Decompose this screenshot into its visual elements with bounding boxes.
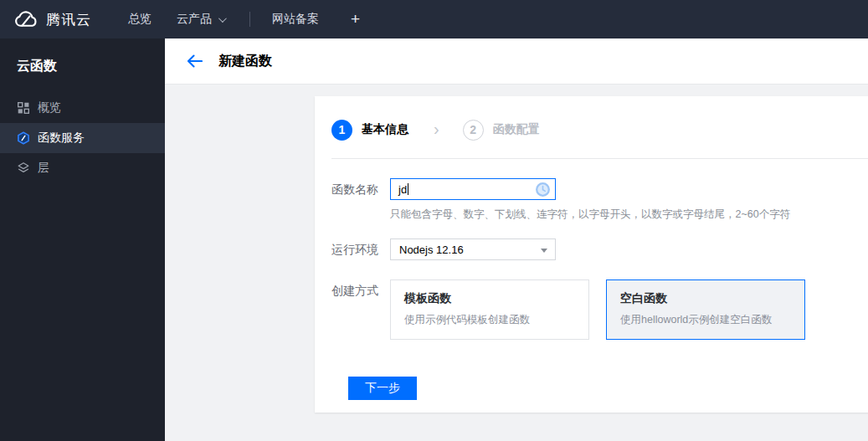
sidebar-title: 云函数 (0, 38, 165, 93)
brand-name: 腾讯云 (46, 10, 91, 29)
function-name-label: 函数名称 (331, 178, 390, 200)
arrow-left-icon (187, 54, 203, 68)
nav-cloud-products-label: 云产品 (177, 12, 212, 27)
grid-icon (17, 101, 30, 115)
option-blank-function[interactable]: 空白函数 使用helloworld示例创建空白函数 (606, 279, 805, 340)
layers-icon (17, 162, 30, 175)
create-function-card: 1 基本信息 › 2 函数配置 函数名称 jd (315, 96, 868, 413)
next-step-button[interactable]: 下一步 (348, 377, 417, 400)
tencent-cloud-logo-icon (13, 10, 39, 29)
section-divider (331, 158, 868, 159)
runtime-label: 运行环境 (331, 238, 390, 260)
page-header: 新建函数 (165, 38, 868, 85)
step-number-badge: 1 (331, 120, 352, 141)
page-title: 新建函数 (218, 53, 272, 70)
runtime-row: 运行环境 Nodejs 12.16 (331, 238, 868, 260)
runtime-selected-value: Nodejs 12.16 (399, 244, 464, 256)
nav-overview-label: 总览 (128, 12, 152, 27)
creation-method-label: 创建方式 (331, 279, 390, 340)
content-area: 1 基本信息 › 2 函数配置 函数名称 jd (165, 85, 868, 441)
topnav-divider (249, 12, 250, 27)
option-title: 空白函数 (620, 291, 791, 306)
function-name-value: jd (398, 183, 407, 196)
nav-icp-filing-label: 网站备案 (272, 12, 319, 27)
function-name-row: 函数名称 jd (331, 178, 868, 200)
creation-method-options: 模板函数 使用示例代码模板创建函数 空白函数 使用helloworld示例创建空… (390, 279, 805, 340)
option-desc: 使用示例代码模板创建函数 (404, 313, 575, 327)
step-label: 基本信息 (362, 122, 408, 137)
step-label: 函数配置 (493, 122, 540, 137)
sidebar-item-label: 函数服务 (38, 131, 85, 146)
sidebar-item-overview[interactable]: 概览 (0, 93, 165, 123)
option-template-function[interactable]: 模板函数 使用示例代码模板创建函数 (390, 279, 589, 340)
step-number-badge: 2 (463, 120, 484, 141)
select-caret-icon (541, 249, 547, 253)
option-desc: 使用helloworld示例创建空白函数 (620, 313, 791, 327)
function-name-help: 只能包含字母、数字、下划线、连字符，以字母开头，以数字或字母结尾，2~60个字符 (390, 208, 868, 222)
step-function-config: 2 函数配置 (463, 120, 540, 141)
function-name-input[interactable]: jd (390, 178, 556, 200)
clock-pending-icon (535, 182, 551, 201)
sidebar: 云函数 概览 函数服务 层 (0, 38, 165, 441)
wizard-steps: 1 基本信息 › 2 函数配置 (331, 119, 868, 141)
function-hexagon-icon (17, 131, 30, 145)
sidebar-item-label: 概览 (38, 100, 61, 115)
add-tab-button[interactable]: + (351, 10, 360, 28)
nav-icp-filing[interactable]: 网站备案 (272, 12, 319, 27)
chevron-right-icon: › (434, 120, 439, 139)
text-cursor (408, 183, 408, 195)
creation-method-row: 创建方式 模板函数 使用示例代码模板创建函数 空白函数 使用helloworld… (331, 279, 868, 340)
sidebar-item-label: 层 (38, 161, 49, 176)
sidebar-item-layers[interactable]: 层 (0, 153, 165, 183)
nav-cloud-products[interactable]: 云产品 (177, 12, 224, 27)
sidebar-item-function-service[interactable]: 函数服务 (0, 123, 165, 153)
runtime-select[interactable]: Nodejs 12.16 (390, 238, 556, 260)
option-title: 模板函数 (404, 291, 575, 306)
brand[interactable]: 腾讯云 (13, 10, 91, 29)
topbar: 腾讯云 总览 云产品 网站备案 + (0, 0, 868, 38)
step-basic-info: 1 基本信息 (331, 120, 408, 141)
back-button[interactable] (187, 54, 203, 68)
chevron-down-icon (218, 14, 227, 23)
nav-overview[interactable]: 总览 (128, 12, 152, 27)
create-function-form: 函数名称 jd 只能包含字母、数字、下划线、连字符，以字母开头，以数字或字母结尾… (331, 178, 868, 400)
topnav: 总览 云产品 网站备案 + (128, 10, 360, 28)
